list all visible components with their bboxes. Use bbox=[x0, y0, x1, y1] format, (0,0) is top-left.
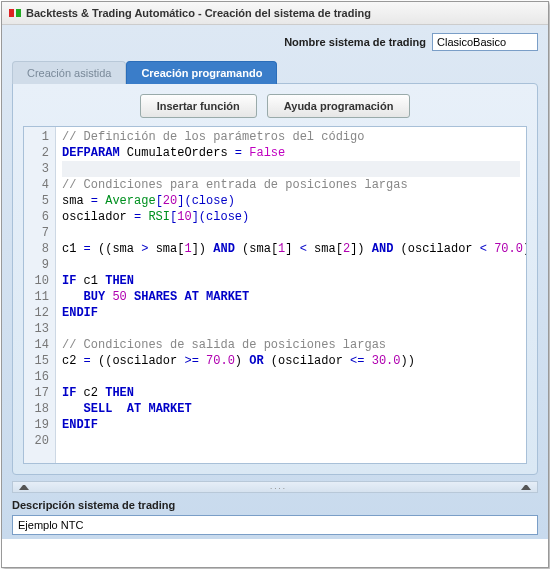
code-line[interactable] bbox=[62, 257, 520, 273]
system-name-row: Nombre sistema de trading bbox=[12, 33, 538, 51]
app-icon bbox=[8, 6, 22, 20]
code-line[interactable]: DEFPARAM CumulateOrders = False bbox=[62, 145, 520, 161]
help-programming-button[interactable]: Ayuda programación bbox=[267, 94, 411, 118]
description-section: Descripción sistema de trading bbox=[12, 497, 538, 535]
insert-function-button[interactable]: Insertar función bbox=[140, 94, 257, 118]
code-line[interactable]: // Condiciones para entrada de posicione… bbox=[62, 177, 520, 193]
collapse-up-icon bbox=[521, 484, 531, 490]
svg-rect-1 bbox=[16, 9, 21, 17]
code-line[interactable]: ENDIF bbox=[62, 305, 520, 321]
description-label: Descripción sistema de trading bbox=[12, 497, 538, 513]
code-line[interactable] bbox=[62, 369, 520, 385]
code-line[interactable]: ENDIF bbox=[62, 417, 520, 433]
code-line[interactable]: c2 = ((oscilador >= 70.0) OR (oscilador … bbox=[62, 353, 520, 369]
system-name-input[interactable] bbox=[432, 33, 538, 51]
code-line[interactable]: oscilador = RSI[10](close) bbox=[62, 209, 520, 225]
tab-programming-creation[interactable]: Creación programando bbox=[126, 61, 277, 84]
code-line[interactable]: c1 = ((sma > sma[1]) AND (sma[1] < sma[2… bbox=[62, 241, 520, 257]
line-gutter: 1234567891011121314151617181920 bbox=[24, 127, 56, 463]
code-line[interactable]: IF c2 THEN bbox=[62, 385, 520, 401]
splitter[interactable]: ···· bbox=[12, 481, 538, 493]
collapse-up-icon bbox=[19, 484, 29, 490]
code-line[interactable] bbox=[62, 321, 520, 337]
code-line[interactable] bbox=[62, 225, 520, 241]
code-line[interactable]: sma = Average[20](close) bbox=[62, 193, 520, 209]
code-area[interactable]: // Definición de los parámetros del códi… bbox=[56, 127, 526, 463]
code-line[interactable]: // Definición de los parámetros del códi… bbox=[62, 129, 520, 145]
toolbar: Insertar función Ayuda programación bbox=[23, 94, 527, 118]
main-window: Backtests & Trading Automático - Creació… bbox=[1, 1, 549, 568]
tabs: Creación asistida Creación programando bbox=[12, 61, 538, 84]
window-title: Backtests & Trading Automático - Creació… bbox=[26, 7, 371, 19]
description-input[interactable] bbox=[12, 515, 538, 535]
code-line[interactable]: // Condiciones de salida de posiciones l… bbox=[62, 337, 520, 353]
tab-panel-programming: Insertar función Ayuda programación 1234… bbox=[12, 83, 538, 475]
code-line[interactable]: BUY 50 SHARES AT MARKET bbox=[62, 289, 520, 305]
content-area: Nombre sistema de trading Creación asist… bbox=[2, 25, 548, 539]
code-line[interactable]: SELL AT MARKET bbox=[62, 401, 520, 417]
splitter-grip-icon: ···· bbox=[270, 484, 280, 490]
code-editor[interactable]: 1234567891011121314151617181920 // Defin… bbox=[23, 126, 527, 464]
titlebar: Backtests & Trading Automático - Creació… bbox=[2, 2, 548, 25]
code-line[interactable] bbox=[62, 161, 520, 177]
code-line[interactable] bbox=[62, 433, 520, 449]
svg-rect-0 bbox=[9, 9, 14, 17]
code-line[interactable]: IF c1 THEN bbox=[62, 273, 520, 289]
tab-assisted-creation[interactable]: Creación asistida bbox=[12, 61, 126, 84]
system-name-label: Nombre sistema de trading bbox=[284, 36, 426, 48]
